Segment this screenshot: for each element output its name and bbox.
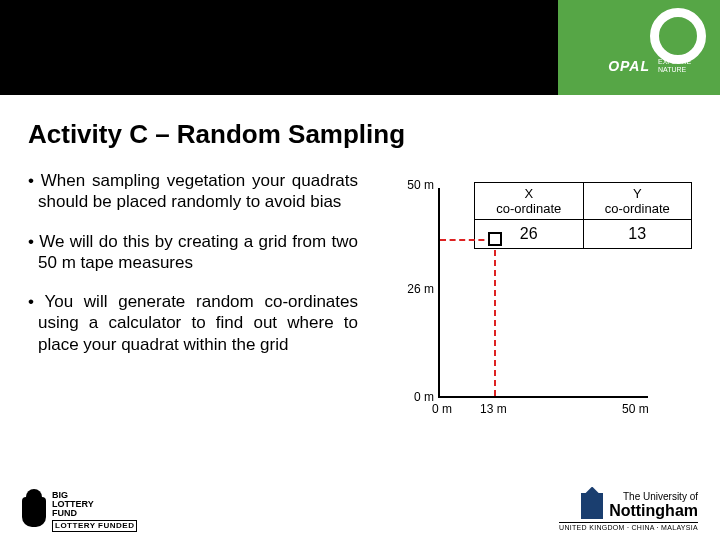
header-banner: OPAL EXPLORE NATURE — [0, 0, 720, 95]
opal-tag-2: NATURE — [658, 66, 686, 73]
x-tick-0: 0 m — [432, 402, 452, 416]
bullet-3: • You will generate random co-ordinates … — [28, 291, 358, 355]
opal-ring-icon — [650, 8, 706, 64]
y-tick-0: 0 m — [402, 390, 434, 404]
opal-brand-text: OPAL — [608, 58, 650, 74]
opal-tag-1: EXPLORE — [658, 58, 691, 65]
x-tick-50: 50 m — [622, 402, 649, 416]
y-tick-26: 26 m — [402, 282, 434, 296]
lottery-line3: FUND — [52, 508, 77, 518]
y-tick-50: 50 m — [402, 178, 434, 192]
footer: BIG LOTTERY FUND LOTTERY FUNDED The Univ… — [0, 478, 720, 532]
x-tick-13: 13 m — [480, 402, 507, 416]
sampling-grid: 50 m 26 m 0 m 0 m 13 m 50 m — [402, 172, 672, 432]
banner-black-strip — [0, 0, 558, 95]
opal-logo — [650, 8, 706, 64]
lottery-text: BIG LOTTERY FUND LOTTERY FUNDED — [52, 491, 137, 532]
university-campuses: UNITED KINGDOM · CHINA · MALAYSIA — [559, 522, 698, 531]
guide-line-horizontal — [440, 239, 494, 241]
page-title: Activity C – Random Sampling — [28, 119, 692, 150]
grid-axes — [438, 188, 648, 398]
quadrat-icon — [488, 232, 502, 246]
bullet-1: • When sampling vegetation your quadrats… — [28, 170, 358, 213]
bullet-list: • When sampling vegetation your quadrats… — [28, 170, 358, 373]
university-logo: The University of Nottingham UNITED KING… — [559, 491, 698, 532]
university-name: Nottingham — [609, 502, 698, 520]
nottingham-castle-icon — [581, 493, 603, 519]
slide-content: Activity C – Random Sampling • When samp… — [0, 95, 720, 373]
lottery-logo: BIG LOTTERY FUND LOTTERY FUNDED — [22, 491, 137, 532]
bullet-2: • We will do this by creating a grid fro… — [28, 231, 358, 274]
lottery-funded-badge: LOTTERY FUNDED — [52, 520, 137, 532]
diagram-panel: X co-ordinate Y co-ordinate 26 13 50 m 2… — [372, 170, 692, 373]
opal-tagline: EXPLORE NATURE — [658, 58, 708, 73]
university-prefix: The University of — [609, 491, 698, 502]
guide-line-vertical — [494, 240, 496, 396]
lottery-hand-icon — [22, 497, 46, 527]
